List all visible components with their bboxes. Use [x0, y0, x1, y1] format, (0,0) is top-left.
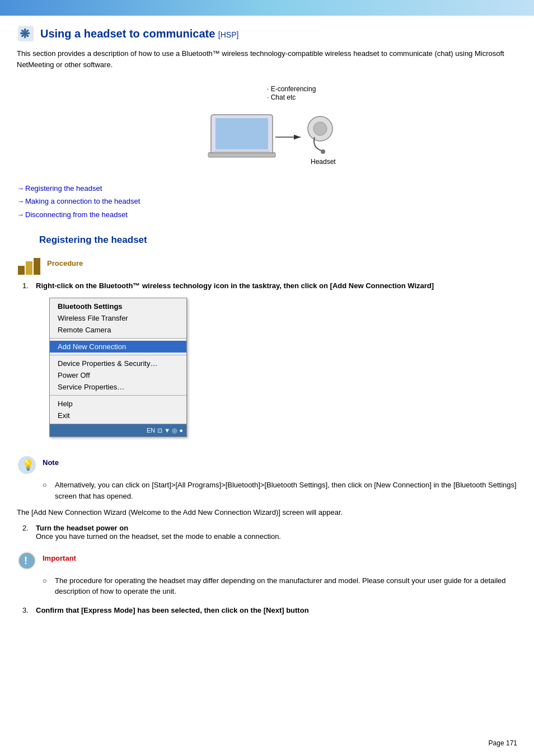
- note-bullet-item: ○ Alternatively, you can click on [Start…: [43, 480, 517, 501]
- svg-text:❋: ❋: [20, 27, 30, 41]
- context-menu-section-4: Help Exit: [50, 396, 186, 424]
- links-section: →Registering the headset →Making a conne…: [17, 182, 517, 221]
- step-2-subtext: Once you have turned on the headset, set…: [36, 532, 517, 541]
- note-bullet-text: Alternatively, you can click on [Start]>…: [55, 480, 517, 501]
- svg-rect-15: [18, 266, 25, 275]
- diagram-area: · E-conferencing · Chat etc: [17, 81, 517, 171]
- step-1-content: Right-click on the Bluetooth™ wireless t…: [36, 281, 517, 445]
- menu-item-service-properties[interactable]: Service Properties…: [50, 381, 186, 393]
- context-menu-section-1: Bluetooth Settings Wireless File Transfe…: [50, 298, 186, 339]
- menu-item-power-off[interactable]: Power Off: [50, 369, 186, 381]
- step-1-text: Right-click on the Bluetooth™ wireless t…: [36, 281, 434, 290]
- page-number: Page 171: [489, 739, 517, 747]
- step-3-content: Confirm that [Express Mode] has been sel…: [36, 606, 517, 614]
- page-header: ❋ Using a headset to communicate [HSP]: [17, 25, 517, 43]
- step-2: 2. Turn the headset power on Once you ha…: [17, 524, 517, 541]
- svg-rect-7: [214, 151, 270, 153]
- top-bar: [0, 0, 534, 16]
- step-1: 1. Right-click on the Bluetooth™ wireles…: [17, 281, 517, 445]
- important-icon: !: [17, 551, 37, 571]
- menu-item-exit[interactable]: Exit: [50, 410, 186, 421]
- note-block: 💡 Note: [17, 455, 517, 475]
- important-label: Important: [43, 551, 76, 562]
- note-icon: 💡: [17, 455, 37, 475]
- menu-item-bluetooth-settings[interactable]: Bluetooth Settings: [50, 300, 186, 312]
- taskbar-icons: ⊡ ▼ ◎ ●: [157, 427, 183, 434]
- svg-text:· Chat etc: · Chat etc: [267, 93, 296, 101]
- important-bullet: ○: [43, 575, 51, 597]
- important-block: ! Important: [17, 551, 517, 571]
- page-title-tag: [HSP]: [218, 30, 239, 39]
- step-2-text: Turn the headset power on: [36, 524, 517, 532]
- taskbar-strip: EN ⊡ ▼ ◎ ●: [50, 424, 186, 436]
- important-bullet-item: ○ The procedure for operating the headse…: [43, 575, 517, 597]
- svg-text:💡: 💡: [22, 459, 35, 471]
- context-menu: Bluetooth Settings Wireless File Transfe…: [49, 298, 187, 437]
- procedure-block: Procedure: [17, 256, 517, 276]
- menu-item-device-properties[interactable]: Device Properties & Security…: [50, 358, 186, 369]
- step-2-content: Turn the headset power on Once you have …: [36, 524, 517, 541]
- svg-text:Headset: Headset: [311, 158, 336, 166]
- bluetooth-header-icon: ❋: [17, 25, 35, 43]
- context-menu-section-3: Device Properties & Security… Power Off …: [50, 355, 186, 396]
- menu-item-add-new-connection[interactable]: Add New Connection: [50, 341, 186, 353]
- step-2-num: 2.: [22, 524, 36, 541]
- plain-text: The [Add New Connection Wizard (Welcome …: [17, 507, 517, 518]
- menu-item-wireless-transfer[interactable]: Wireless File Transfer: [50, 312, 186, 324]
- menu-item-remote-camera[interactable]: Remote Camera: [50, 324, 186, 336]
- svg-text:!: !: [24, 555, 27, 566]
- diagram-svg: · E-conferencing · Chat etc: [177, 81, 357, 171]
- svg-point-12: [313, 122, 327, 135]
- note-bullet: ○: [43, 480, 51, 501]
- link-disconnecting[interactable]: →Disconnecting from the headset: [17, 208, 517, 221]
- section-heading: Registering the headset: [39, 234, 517, 246]
- svg-rect-6: [216, 118, 268, 149]
- menu-item-help[interactable]: Help: [50, 398, 186, 410]
- note-label: Note: [43, 455, 59, 467]
- important-bullet-text: The procedure for operating the headset …: [55, 575, 517, 597]
- context-menu-section-2: Add New Connection: [50, 339, 186, 355]
- page-title: Using a headset to communicate [HSP]: [40, 27, 238, 40]
- note-content: ○ Alternatively, you can click on [Start…: [43, 480, 517, 501]
- svg-rect-5: [208, 153, 275, 157]
- svg-point-13: [321, 149, 325, 154]
- procedure-icon: [17, 256, 41, 276]
- link-registering[interactable]: →Registering the headset: [17, 182, 517, 195]
- svg-rect-16: [26, 261, 32, 275]
- description-text: This section provides a description of h…: [17, 48, 517, 70]
- svg-rect-17: [34, 258, 40, 275]
- step-3-text: Confirm that [Express Mode] has been sel…: [36, 606, 309, 614]
- step-3-num: 3.: [22, 606, 36, 614]
- link-making-connection[interactable]: →Making a connection to the headset: [17, 195, 517, 208]
- procedure-label: Procedure: [47, 256, 83, 267]
- step-3: 3. Confirm that [Express Mode] has been …: [17, 606, 517, 614]
- svg-text:· E-conferencing: · E-conferencing: [267, 85, 316, 93]
- important-content: ○ The procedure for operating the headse…: [43, 575, 517, 597]
- taskbar-lang: EN: [147, 427, 155, 434]
- step-1-num: 1.: [22, 281, 36, 445]
